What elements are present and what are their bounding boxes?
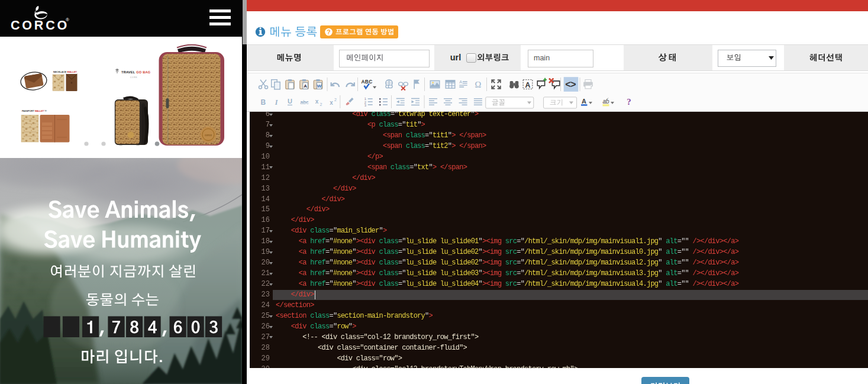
svg-text:W: W	[317, 83, 322, 89]
svg-text:2: 2	[334, 98, 337, 102]
svg-text:main: main	[534, 54, 550, 62]
svg-text:3: 3	[364, 103, 367, 107]
svg-text:corco: corco	[205, 133, 212, 137]
svg-text:2: 2	[320, 102, 322, 106]
svg-text:?: ?	[627, 97, 631, 107]
svg-text:ab: ab	[602, 98, 609, 104]
svg-text:PASSPORT WALLET ?!: PASSPORT WALLET ?!	[22, 110, 47, 112]
svg-text:Ω: Ω	[475, 80, 482, 89]
svg-text:NECKLACE WALLET: NECKLACE WALLET	[53, 70, 77, 73]
svg-text:?: ?	[327, 28, 330, 36]
svg-text:CORK: CORK	[130, 76, 137, 79]
svg-text:TRAVEL GO BAG: TRAVEL GO BAG	[121, 70, 151, 74]
svg-text:x: x	[330, 99, 333, 105]
svg-text:I: I	[275, 98, 279, 106]
svg-text:ABC: ABC	[361, 79, 372, 85]
svg-text:B: B	[260, 98, 266, 106]
svg-text:U: U	[288, 98, 292, 105]
svg-text:A: A	[525, 80, 531, 89]
svg-text:A: A	[459, 79, 462, 85]
svg-text:url: url	[450, 53, 462, 62]
svg-text:x: x	[315, 98, 319, 105]
svg-text:A: A	[582, 97, 586, 104]
svg-text:A: A	[304, 83, 307, 89]
svg-text:<>: <>	[565, 79, 576, 90]
